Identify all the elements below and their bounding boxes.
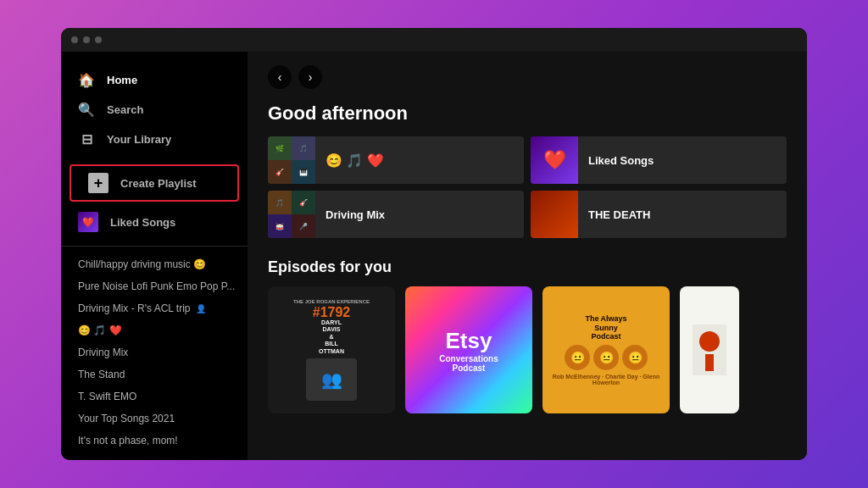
plus-icon: +	[88, 173, 108, 193]
nav-buttons: ‹ ›	[268, 65, 787, 89]
sidebar-nav: 🏠 Home 🔍 Search ⊟ Your Library	[61, 58, 248, 161]
playlist-label: T. Swift EMO	[78, 391, 136, 402]
sidebar-item-home[interactable]: 🏠 Home	[61, 65, 248, 95]
jre-guest-name: DARYLDAVIS&BILLOTTMAN	[319, 319, 344, 355]
sidebar-library-label: Your Library	[107, 133, 171, 146]
mosaic-cell-3: 🎸	[268, 160, 292, 184]
playlist-label: Chill/happy driving music 😊	[78, 258, 206, 270]
liked-songs-card-image: ❤️	[531, 136, 578, 184]
death-card-label: THE DEATH	[578, 208, 787, 221]
jre-photo: 👥	[306, 358, 357, 401]
emoji-label: 😊 🎵 ❤️	[315, 152, 394, 169]
quick-play-card-liked[interactable]: ❤️ Liked Songs	[531, 136, 787, 184]
partial-thumbnail	[680, 286, 739, 413]
jre-number: #1792	[313, 306, 351, 319]
episode-card-sunny[interactable]: The AlwaysSunnyPodcast 😐 😐 😐 Rob McElhen…	[542, 286, 670, 420]
window-dot-1	[71, 36, 78, 43]
sidebar-item-search[interactable]: 🔍 Search	[61, 95, 248, 125]
svg-rect-2	[705, 354, 714, 371]
list-item[interactable]: 😊 🎵 ❤️	[64, 319, 244, 341]
sidebar: 🏠 Home 🔍 Search ⊟ Your Library + Create …	[61, 52, 248, 460]
playlist-label: It's not a phase, mom!	[78, 435, 178, 446]
playlist-label: Driving Mix - R's ACL trip	[78, 302, 191, 314]
driving-mosaic-2: 🎸	[292, 191, 315, 214]
sidebar-divider	[61, 246, 248, 247]
app-window: 🏠 Home 🔍 Search ⊟ Your Library + Create …	[61, 28, 807, 460]
window-dot-2	[83, 36, 90, 43]
collab-icon: 👤	[196, 304, 206, 313]
playlist-label: Pure Noise Lofi Punk Emo Pop P...	[78, 280, 235, 292]
jre-header-text: THE JOE ROGAN EXPERIENCE	[293, 299, 370, 304]
list-item[interactable]: Chill/happy driving music 😊	[64, 253, 244, 275]
home-icon: 🏠	[78, 72, 95, 88]
quick-play-card-emoji[interactable]: 🌿 🎵 🎸 🎹 😊 🎵 ❤️	[268, 136, 524, 184]
sidebar-item-library[interactable]: ⊟ Your Library	[61, 125, 248, 154]
sunny-thumbnail: The AlwaysSunnyPodcast 😐 😐 😐 Rob McElhen…	[542, 286, 670, 413]
create-playlist-button[interactable]: + Create Playlist	[70, 164, 239, 202]
face-1: 😐	[565, 345, 590, 370]
playlist-label: Your Top Songs 2021	[78, 413, 175, 424]
playlist-label: Driving Mix	[78, 347, 128, 358]
driving-card-label: Driving Mix	[315, 208, 524, 221]
title-bar	[61, 28, 807, 52]
liked-songs-label: Liked Songs	[110, 216, 175, 229]
sunny-faces: 😐 😐 😐	[565, 345, 648, 370]
sidebar-search-label: Search	[107, 103, 143, 116]
driving-mosaic-3: 🥁	[268, 214, 292, 238]
episode-cards-container: THE JOE ROGAN EXPERIENCE #1792 DARYLDAVI…	[268, 286, 787, 420]
back-button[interactable]: ‹	[268, 65, 292, 89]
etsy-thumbnail: Etsy ConversationsPodcast	[405, 286, 532, 413]
list-item[interactable]: Driving Mix	[64, 341, 244, 363]
etsy-title: Etsy	[446, 328, 492, 354]
list-item[interactable]: Pure Noise Lofi Punk Emo Pop P...	[64, 275, 244, 297]
quick-play-card-driving[interactable]: 🎵 🎸 🥁 🎤 Driving Mix	[268, 191, 524, 238]
sidebar-home-label: Home	[107, 74, 137, 86]
liked-songs-card-label: Liked Songs	[578, 154, 787, 167]
library-icon: ⊟	[78, 131, 95, 147]
list-item[interactable]: The Stand	[64, 363, 244, 385]
driving-mosaic-4: 🎤	[292, 214, 315, 238]
svg-point-1	[699, 331, 720, 352]
playlist-list: Chill/happy driving music 😊 Pure Noise L…	[61, 253, 248, 453]
liked-songs-icon: ❤️	[78, 212, 98, 232]
create-playlist-label: Create Playlist	[120, 177, 197, 190]
jre-thumbnail: THE JOE ROGAN EXPERIENCE #1792 DARYLDAVI…	[268, 286, 395, 413]
sunny-names: Rob McElhenney · Charlie Day · Glenn How…	[549, 374, 663, 385]
face-3: 😐	[622, 345, 648, 370]
episodes-section: Episodes for you THE JOE ROGAN EXPERIENC…	[268, 258, 787, 420]
episode-card-partial[interactable]	[680, 286, 739, 420]
window-dot-3	[95, 36, 102, 43]
playlist-label: The Stand	[78, 369, 125, 380]
list-item[interactable]: It's not a phase, mom!	[64, 430, 244, 452]
episode-card-jre[interactable]: THE JOE ROGAN EXPERIENCE #1792 DARYLDAVI…	[268, 286, 395, 420]
driving-mosaic-1: 🎵	[268, 191, 292, 214]
list-item[interactable]: Driving Mix - R's ACL trip 👤	[64, 297, 244, 319]
forward-button[interactable]: ›	[298, 65, 322, 89]
main-content: ‹ › Good afternoon 🌿 🎵 🎸 🎹 😊 🎵 ❤️	[248, 52, 807, 460]
mosaic-image: 🌿 🎵 🎸 🎹	[268, 136, 315, 184]
list-item[interactable]: T. Swift EMO	[64, 385, 244, 408]
greeting-title: Good afternoon	[268, 103, 787, 125]
driving-mosaic-image: 🎵 🎸 🥁 🎤	[268, 191, 315, 238]
episode-card-etsy[interactable]: Etsy ConversationsPodcast	[405, 286, 532, 420]
mosaic-cell-4: 🎹	[292, 160, 315, 184]
search-icon: 🔍	[78, 102, 95, 118]
episodes-title: Episodes for you	[268, 258, 787, 276]
sidebar-liked-songs[interactable]: ❤️ Liked Songs	[61, 205, 248, 239]
sunny-title-text: The AlwaysSunnyPodcast	[585, 314, 626, 341]
face-2: 😐	[593, 345, 619, 370]
quick-play-card-death[interactable]: THE DEATH	[531, 191, 787, 238]
mosaic-cell-2: 🎵	[292, 136, 315, 160]
etsy-subtitle: ConversationsPodcast	[439, 354, 498, 373]
list-item[interactable]: Your Top Songs 2021	[64, 408, 244, 430]
partial-svg	[693, 324, 726, 375]
quick-play-grid: 🌿 🎵 🎸 🎹 😊 🎵 ❤️ ❤️ Liked Songs 🎵	[268, 136, 787, 238]
playlist-label: 😊 🎵 ❤️	[78, 324, 122, 336]
death-card-image	[531, 191, 578, 238]
mosaic-cell-1: 🌿	[268, 136, 292, 160]
